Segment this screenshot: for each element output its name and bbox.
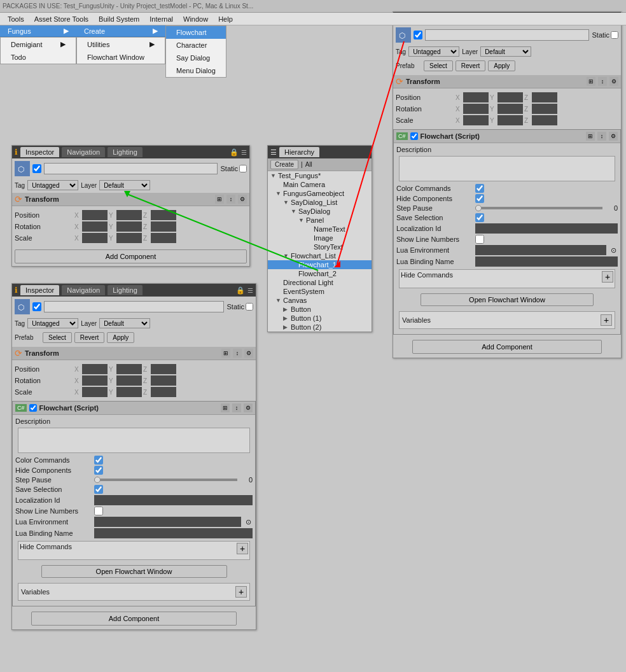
rot-y-small[interactable]: 0	[116, 221, 142, 232]
create-menu-item[interactable]: Create ▶	[76, 25, 165, 37]
pos-y-small[interactable]: 0	[116, 210, 142, 220]
lua-env-input-bottom[interactable]: None (Lua Environment)	[94, 517, 241, 527]
show-line-numbers-cb-top[interactable]	[475, 235, 484, 244]
static-checkbox-bottom[interactable]	[246, 303, 253, 311]
add-component-top-btn[interactable]: Add Component	[412, 340, 602, 354]
step-pause-slider-top[interactable]	[475, 207, 602, 209]
lock-icon-bottom[interactable]: 🔒	[236, 286, 245, 295]
revert-btn-top[interactable]: Revert	[456, 60, 485, 71]
active-checkbox-small[interactable]	[32, 164, 41, 173]
script-icon1-top[interactable]: ⊞	[586, 132, 595, 141]
step-pause-slider-bottom[interactable]	[94, 479, 237, 481]
transform-icon1-top[interactable]: ⊞	[587, 77, 595, 86]
tree-item-4[interactable]: ▼ SayDialog	[268, 207, 372, 216]
tree-item-6[interactable]: NameText	[268, 225, 372, 234]
pos-x-bottom[interactable]: 0	[82, 364, 108, 374]
pos-y-top[interactable]: 0	[497, 92, 523, 102]
add-component-bottom-btn[interactable]: Add Component	[31, 612, 237, 626]
pos-x-small[interactable]: 0	[82, 210, 108, 220]
save-selection-cb-bottom[interactable]	[94, 485, 103, 494]
hide-components-cb-bottom[interactable]	[94, 466, 103, 475]
obj-name-small[interactable]: Flowchart_List	[44, 163, 218, 174]
tree-item-10[interactable]: Flowchart_1	[268, 260, 372, 269]
tree-item-0[interactable]: ▼ Test_Fungus*	[268, 171, 372, 180]
layer-select-top[interactable]: Default	[480, 46, 531, 57]
tree-item-9[interactable]: ▼ Flowchart_List	[268, 251, 372, 260]
tag-select-small[interactable]: Untagged	[27, 180, 78, 190]
tree-item-8[interactable]: StoryText	[268, 242, 372, 251]
tree-item-5[interactable]: ▼ Panel	[268, 216, 372, 225]
lua-binding-input-top[interactable]: flowchart	[475, 256, 618, 267]
transform-section-top[interactable]: ⟳ Transform ⊞ ↕ ⚙	[393, 75, 621, 88]
sca-x-bottom[interactable]: 1	[82, 387, 108, 397]
tree-item-11[interactable]: Flowchart_2	[268, 269, 372, 278]
tab-navigation-bottom[interactable]: Navigation	[62, 285, 105, 295]
tree-item-7[interactable]: Image	[268, 234, 372, 242]
localization-id-bottom[interactable]	[94, 495, 253, 505]
pos-x-top[interactable]: 0	[463, 92, 489, 102]
rot-y-bottom[interactable]: 0	[116, 375, 142, 386]
menubar-assetstoretools[interactable]: Asset Store Tools	[29, 14, 94, 24]
say-dialog-item[interactable]: Say Dialog	[166, 52, 226, 64]
layer-select-small[interactable]: Default	[99, 180, 150, 190]
menu-icon-bottom[interactable]: ☰	[247, 287, 253, 294]
script-icon3-top[interactable]: ⚙	[609, 132, 618, 141]
rot-z-top[interactable]: 0	[532, 104, 557, 114]
pos-z-small[interactable]: 0	[151, 210, 176, 220]
rot-x-bottom[interactable]: 0	[82, 375, 108, 386]
color-commands-cb-top[interactable]	[475, 184, 484, 193]
sca-z-bottom[interactable]: 1	[151, 387, 176, 397]
script-icon2-bottom[interactable]: ↕	[232, 403, 241, 412]
static-checkbox-top[interactable]	[611, 31, 618, 39]
rot-y-top[interactable]: 0	[497, 104, 523, 114]
variables-plus-top[interactable]: +	[601, 314, 612, 326]
obj-name-bottom[interactable]: Flowchart_2	[44, 301, 224, 312]
transform-icon3-bottom[interactable]: ⚙	[244, 349, 253, 358]
active-checkbox-top[interactable]	[414, 31, 422, 39]
sca-x-top[interactable]: 1	[463, 115, 489, 125]
tree-item-15[interactable]: ▶ Button	[268, 305, 372, 314]
tab-inspector-bottom[interactable]: Inspector	[20, 285, 59, 295]
select-btn-top[interactable]: Select	[424, 60, 453, 71]
menu-icon-small[interactable]: ☰	[241, 149, 247, 156]
layer-select-bottom[interactable]: Default	[99, 318, 150, 328]
tab-hierarchy[interactable]: Hierarchy	[279, 147, 319, 157]
color-commands-cb-bottom[interactable]	[94, 456, 103, 465]
rot-z-small[interactable]: 0	[151, 221, 176, 232]
tag-select-bottom[interactable]: Untagged	[27, 318, 78, 328]
transform-icon2-top[interactable]: ↕	[598, 77, 607, 86]
description-box-bottom[interactable]	[18, 428, 250, 453]
tab-navigation-small[interactable]: Navigation	[62, 147, 105, 157]
sca-z-top[interactable]: 1	[532, 115, 557, 125]
hide-commands-plus-bottom[interactable]: +	[237, 543, 248, 554]
tree-item-1[interactable]: Main Camera	[268, 180, 372, 189]
transform-icon2-bottom[interactable]: ↕	[233, 349, 242, 358]
apply-btn-bottom[interactable]: Apply	[107, 332, 134, 343]
lua-binding-input-bottom[interactable]: flowchart	[94, 528, 253, 538]
menubar-buildsystem[interactable]: Build System	[94, 14, 144, 24]
lock-icon-small[interactable]: 🔒	[230, 148, 239, 157]
menu-dialog-item[interactable]: Menu Dialog	[166, 64, 226, 77]
transform-icon3-top[interactable]: ⚙	[609, 77, 618, 86]
rot-z-bottom[interactable]: 0	[151, 375, 176, 386]
hide-components-cb-top[interactable]	[475, 194, 484, 203]
character-item[interactable]: Character	[166, 39, 226, 52]
tree-item-14[interactable]: ▼ Canvas	[268, 296, 372, 305]
sca-z-small[interactable]: 1	[151, 233, 176, 243]
tree-item-17[interactable]: ▶ Button (2)	[268, 323, 372, 332]
transform-icon1-bottom[interactable]: ⊞	[221, 349, 230, 358]
sca-y-small[interactable]: 1	[116, 233, 142, 243]
script-checkbox-bottom[interactable]	[29, 404, 37, 412]
fungus-menu-item[interactable]: Fungus ▶	[0, 25, 76, 37]
tab-lighting-small[interactable]: Lighting	[108, 147, 143, 157]
create-utilities[interactable]: Utilities ▶	[77, 38, 165, 51]
pos-z-top[interactable]: 0	[532, 92, 557, 102]
all-btn[interactable]: All	[305, 161, 312, 168]
transform-section-small[interactable]: ⟳ Transform ⊞ ↕ ⚙	[12, 193, 249, 206]
sca-x-small[interactable]: 1	[82, 233, 108, 243]
script-checkbox-top[interactable]	[410, 132, 418, 140]
save-selection-cb-top[interactable]	[475, 213, 484, 222]
pos-z-bottom[interactable]: 0	[151, 364, 176, 374]
menubar-tools[interactable]: Tools	[3, 14, 29, 24]
transform-section-bottom[interactable]: ⟳ Transform ⊞ ↕ ⚙	[12, 347, 256, 360]
